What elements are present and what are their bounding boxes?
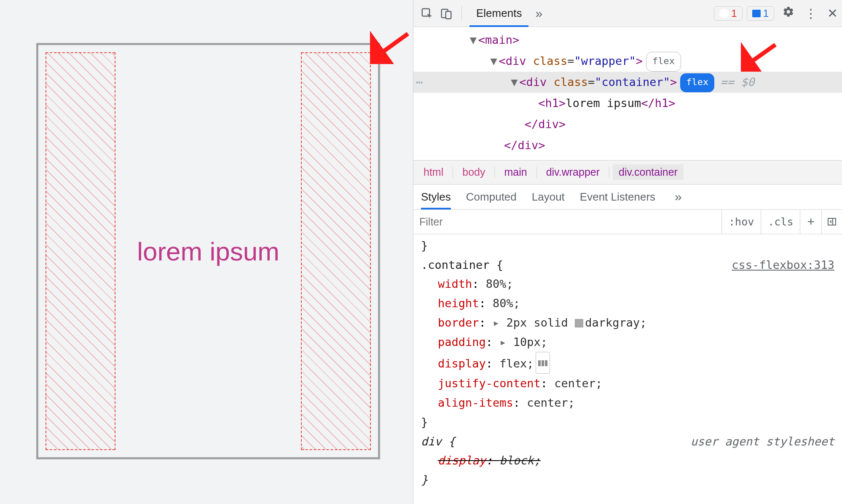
tab-styles[interactable]: Styles	[421, 184, 451, 209]
rule-selector[interactable]: .container {	[421, 255, 503, 275]
close-icon[interactable]: ✕	[827, 6, 838, 21]
dom-close-wrapper[interactable]: </div>	[413, 135, 842, 156]
crumb-body[interactable]: body	[456, 164, 491, 180]
rule-source-ua: user agent stylesheet	[691, 432, 834, 451]
crumb-main[interactable]: main	[498, 164, 533, 180]
svg-rect-5	[828, 218, 836, 225]
devtools-toolbar: Elements » ✕ 1 1 ⋮ ✕	[413, 0, 842, 27]
new-style-rule-button[interactable]: +	[800, 210, 822, 234]
error-count-pill[interactable]: ✕ 1	[714, 6, 742, 21]
h1-close: </h1>	[641, 97, 675, 110]
dom-breadcrumb[interactable]: html body main div.wrapper div.container	[413, 160, 842, 185]
crumb-wrapper[interactable]: div.wrapper	[540, 164, 606, 180]
styles-rules[interactable]: } .container { css-flexbox:313 width: 80…	[413, 234, 842, 499]
error-count: 1	[731, 8, 737, 19]
styles-tabs: Styles Computed Layout Event Listeners »	[413, 185, 842, 210]
cls-toggle[interactable]: .cls	[761, 210, 800, 234]
prop-align-items[interactable]: align-items: center;	[421, 393, 834, 413]
attr-val-container: "container"	[595, 75, 670, 88]
attr-class2: class	[554, 75, 588, 88]
svg-line-0	[378, 34, 408, 56]
inspect-icon[interactable]	[419, 6, 434, 21]
page-preview-pane: lorem ipsum	[0, 0, 413, 504]
selected-node-suffix: == $0	[720, 75, 754, 88]
svg-line-4	[747, 45, 775, 65]
device-toggle-icon[interactable]	[439, 6, 454, 21]
tab-computed[interactable]: Computed	[466, 184, 517, 209]
h1-open: <h1>	[538, 97, 566, 110]
more-style-tabs-icon[interactable]: »	[675, 190, 682, 204]
svg-rect-3	[446, 11, 451, 19]
prop-width[interactable]: width: 80%;	[421, 274, 834, 294]
settings-icon[interactable]	[783, 6, 794, 21]
devtools-panel: Elements » ✕ 1 1 ⋮ ✕ ▼<main> ▼<div class…	[413, 0, 842, 504]
toggle-computed-pane-icon[interactable]	[822, 210, 842, 234]
styles-filter-input[interactable]	[413, 210, 722, 234]
color-swatch-darkgray[interactable]	[575, 319, 583, 327]
message-count: 1	[763, 8, 769, 19]
h1-text: lorem ipsum	[566, 97, 641, 110]
flex-editor-icon[interactable]	[536, 352, 550, 374]
prop-padding[interactable]: padding: ▸ 10px;	[421, 332, 834, 352]
message-count-pill[interactable]: 1	[747, 6, 774, 21]
crumb-container[interactable]: div.container	[613, 164, 684, 180]
prop-justify-content[interactable]: justify-content: center;	[421, 374, 834, 393]
rule-container[interactable]: .container { css-flexbox:313 width: 80%;…	[421, 255, 834, 432]
rule-div-ua[interactable]: div { user agent stylesheet display: blo…	[421, 432, 834, 490]
tab-event-listeners[interactable]: Event Listeners	[580, 184, 655, 209]
dom-node-container[interactable]: ⋯ ▼<div class="container">flex== $0	[413, 72, 842, 93]
tab-layout[interactable]: Layout	[532, 184, 565, 209]
dom-close-container[interactable]: </div>	[413, 114, 842, 135]
prop-display-ua[interactable]: display: block;	[421, 451, 834, 470]
attr-val-wrapper: "wrapper"	[574, 54, 636, 67]
rule-selector-ua[interactable]: div {	[421, 432, 455, 451]
more-tabs-icon[interactable]: »	[533, 6, 545, 21]
container-box	[36, 43, 380, 459]
flex-badge-container[interactable]: flex	[680, 73, 714, 92]
kebab-menu-icon[interactable]: ⋮	[804, 6, 817, 21]
hov-toggle[interactable]: :hov	[722, 210, 761, 234]
rule-close: }	[421, 413, 834, 432]
crumb-html[interactable]: html	[418, 164, 449, 180]
prop-display[interactable]: display: flex;	[421, 352, 834, 374]
rule-source[interactable]: css-flexbox:313	[732, 255, 834, 275]
message-icon	[752, 10, 761, 17]
rule-close-ua: }	[421, 470, 834, 490]
prop-border[interactable]: border: ▸ 2px solid darkgray;	[421, 313, 834, 332]
annotation-arrow-preview	[370, 30, 412, 64]
tab-elements[interactable]: Elements	[469, 0, 528, 27]
prop-height[interactable]: height: 80%;	[421, 294, 834, 313]
attr-class: class	[533, 54, 567, 67]
flex-badge-wrapper[interactable]: flex	[646, 52, 681, 72]
error-icon: ✕	[719, 9, 729, 18]
styles-filter-row: :hov .cls +	[413, 210, 842, 234]
truncated-rule-close: }	[421, 236, 834, 255]
dom-node-h1[interactable]: <h1>lorem ipsum</h1>	[413, 93, 842, 114]
toolbar-divider	[461, 6, 462, 21]
annotation-arrow-badge	[741, 42, 779, 72]
